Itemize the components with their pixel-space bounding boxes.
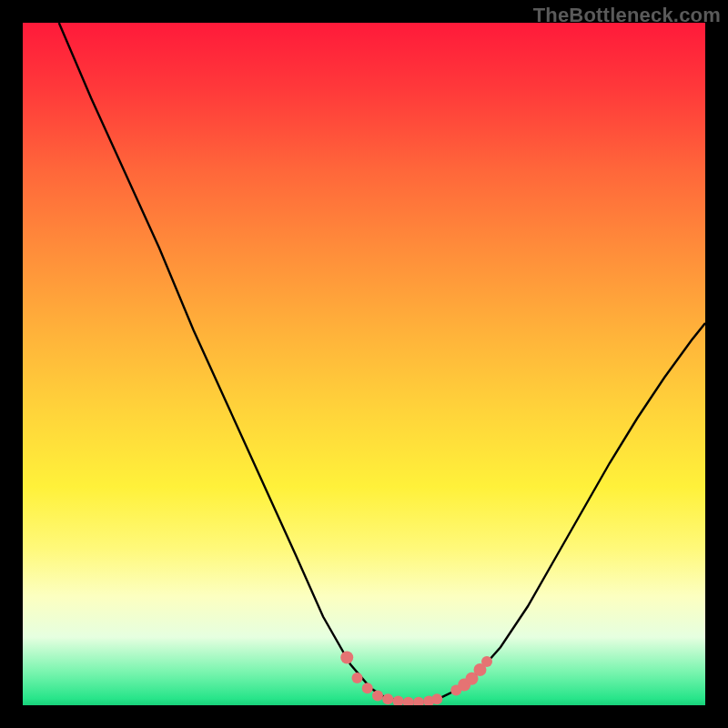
chart-frame: TheBottleneck.com — [0, 0, 728, 728]
watermark-text: TheBottleneck.com — [533, 4, 721, 27]
plot-area — [23, 23, 705, 705]
